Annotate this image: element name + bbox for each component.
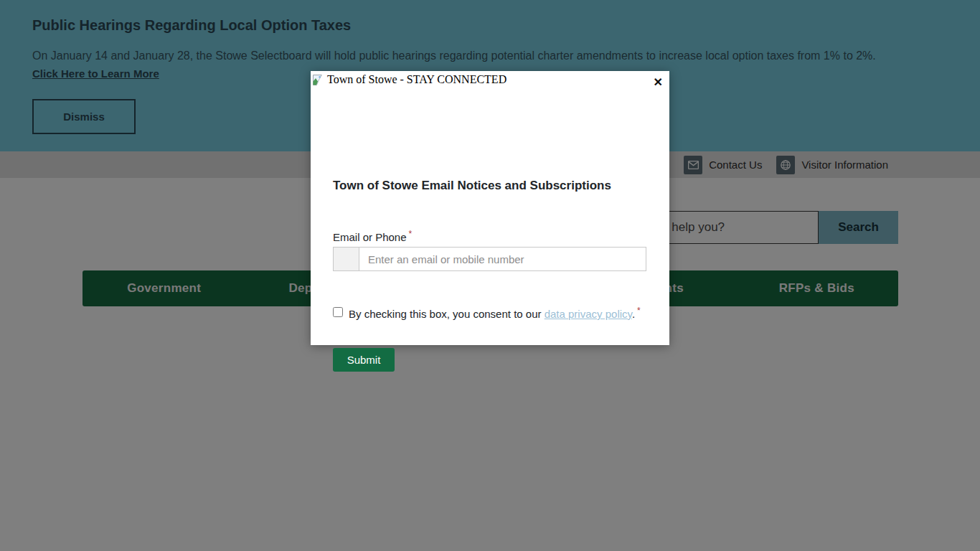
subscription-modal: Town of Stowe - STAY CONNECTED ✕ Town of…	[311, 71, 669, 345]
modal-heading: Town of Stowe Email Notices and Subscrip…	[333, 179, 611, 193]
close-icon: ✕	[654, 76, 663, 88]
close-button[interactable]: ✕	[654, 77, 663, 88]
modal-banner-image: Town of Stowe - STAY CONNECTED	[313, 73, 507, 86]
alert-heading: Public Hearings Regarding Local Option T…	[32, 17, 351, 34]
email-or-phone-label: Email or Phone*	[333, 229, 412, 243]
input-prefix-addon	[334, 248, 359, 270]
submit-button[interactable]: Submit	[333, 348, 395, 372]
modal-image-alt-text: Town of Stowe - STAY CONNECTED	[327, 73, 507, 86]
broken-image-icon	[313, 75, 325, 85]
alert-body-text: On January 14 and January 28, the Stowe …	[32, 50, 951, 62]
email-input-group	[333, 247, 646, 271]
consent-text: By checking this box, you consent to our…	[349, 306, 641, 320]
required-asterisk: *	[637, 306, 641, 316]
data-privacy-policy-link[interactable]: data privacy policy	[545, 308, 632, 320]
consent-checkbox[interactable]	[333, 307, 343, 317]
consent-row: By checking this box, you consent to our…	[333, 306, 649, 320]
dismiss-button[interactable]: Dismiss	[32, 99, 136, 134]
email-or-phone-input[interactable]	[359, 248, 646, 270]
required-asterisk: *	[409, 229, 413, 239]
learn-more-link[interactable]: Click Here to Learn More	[32, 67, 159, 80]
